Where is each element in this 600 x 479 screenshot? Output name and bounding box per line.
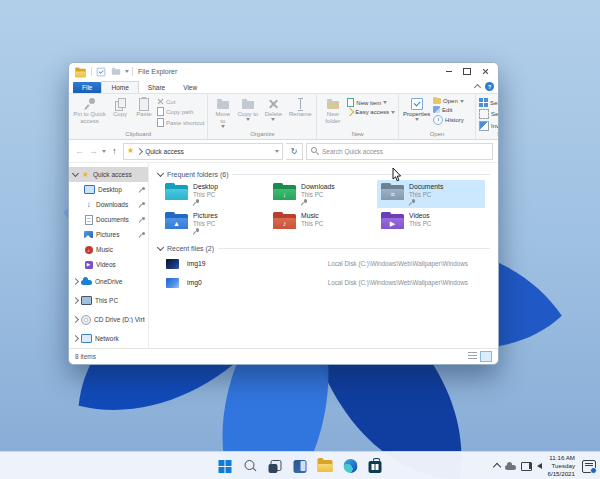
search-box[interactable] — [306, 143, 493, 160]
refresh-button[interactable]: ↻ — [286, 143, 303, 160]
widgets-button[interactable] — [292, 458, 309, 475]
group-label-organize: Organize — [208, 131, 316, 139]
file-explorer-taskbar-button[interactable] — [317, 458, 334, 475]
ribbon-group-new: New folder New item Easy access New — [317, 94, 399, 139]
sidebar-item-documents[interactable]: Documents — [69, 212, 148, 227]
easy-access-button[interactable]: Easy access — [347, 109, 395, 115]
folder-tile-videos[interactable]: ▶ VideosThis PC — [377, 209, 485, 237]
folder-tile-downloads[interactable]: ↓ DownloadsThis PC — [269, 180, 377, 208]
paste-button[interactable]: Paste — [133, 96, 155, 119]
sidebar-item-label: This PC — [95, 297, 118, 304]
tab-file[interactable]: File — [73, 82, 101, 93]
sidebar-item-network[interactable]: Network — [69, 329, 148, 348]
sidebar-item-quick-access[interactable]: ★ Quick access — [69, 167, 148, 182]
copy-to-icon — [242, 101, 254, 109]
breadcrumb[interactable]: ★ Quick access — [123, 143, 283, 160]
new-item-button[interactable]: New item — [347, 98, 395, 107]
sidebar-item-onedrive[interactable]: OneDrive — [69, 272, 148, 291]
videos-icon: ▶ — [85, 261, 93, 269]
notification-center-icon[interactable] — [582, 460, 596, 473]
recent-locations-caret[interactable] — [102, 150, 106, 153]
sidebar-item-this-pc[interactable]: This PC — [69, 291, 148, 310]
select-none-button[interactable]: Select none — [479, 109, 499, 119]
system-tray: 11:16 AM Tuesday 6/15/2021 — [494, 452, 596, 479]
delete-button[interactable]: Delete — [261, 96, 285, 122]
up-button[interactable]: ↑ — [109, 147, 120, 156]
sidebar-item-pictures[interactable]: Pictures — [69, 227, 148, 242]
clock[interactable]: 11:16 AM Tuesday 6/15/2021 — [547, 454, 575, 478]
sidebar-item-desktop[interactable]: Desktop — [69, 182, 148, 197]
close-button[interactable] — [476, 63, 494, 80]
copy-path-button[interactable]: Copy path — [157, 107, 204, 116]
folder-tile-desktop[interactable]: DesktopThis PC — [161, 180, 269, 208]
folder-tile-music[interactable]: ♪ MusicThis PC — [269, 209, 377, 237]
edge-icon — [343, 459, 357, 473]
properties-button[interactable]: Properties — [402, 96, 431, 122]
chevron-right-icon[interactable] — [72, 316, 79, 323]
sidebar-item-label: Videos — [96, 261, 116, 268]
chevron-right-icon[interactable] — [72, 278, 79, 285]
maximize-button[interactable] — [458, 63, 476, 80]
collapse-chevron-icon[interactable] — [157, 170, 164, 177]
onedrive-tray-icon[interactable] — [505, 465, 516, 470]
edit-button[interactable]: Edit — [433, 106, 464, 113]
search-button[interactable] — [242, 458, 259, 475]
ribbon-collapse-icon[interactable] — [474, 84, 481, 91]
select-all-button[interactable]: Select all — [479, 98, 499, 107]
recent-file-row[interactable]: img19 Local Disk (C:)\Windows\Web\Wallpa… — [156, 254, 498, 273]
rename-button[interactable]: Rename — [287, 96, 313, 119]
copy-button[interactable]: Copy — [109, 96, 131, 119]
large-icons-view-icon[interactable] — [480, 351, 492, 362]
task-view-button[interactable] — [267, 458, 284, 475]
sidebar-item-cd-drive[interactable]: CD Drive (D:) Virtual — [69, 310, 148, 329]
new-folder-button[interactable]: New folder — [320, 96, 345, 126]
invert-selection-button[interactable]: Invert selection — [479, 121, 499, 131]
qat-properties-icon[interactable] — [97, 67, 105, 75]
move-to-button[interactable]: Move to — [211, 96, 234, 129]
search-input[interactable] — [322, 148, 488, 155]
minimize-button[interactable] — [440, 63, 458, 80]
folder-tile-documents[interactable]: ≡ DocumentsThis PC — [377, 180, 485, 208]
paste-shortcut-button[interactable]: Paste shortcut — [157, 118, 204, 127]
section-recent-files[interactable]: Recent files (2) — [158, 245, 490, 252]
show-hidden-icons-chevron[interactable] — [493, 463, 501, 471]
folder-tile-pictures[interactable]: ▲ PicturesThis PC — [161, 209, 269, 237]
copy-to-button[interactable]: Copy to — [236, 96, 259, 122]
tab-view[interactable]: View — [174, 82, 206, 93]
titlebar[interactable]: File Explorer — [69, 63, 498, 80]
recent-file-row[interactable]: img0 Local Disk (C:)\Windows\Web\Wallpap… — [156, 273, 498, 292]
sidebar-item-music[interactable]: ♪ Music — [69, 242, 148, 257]
sidebar-item-downloads[interactable]: ↓ Downloads — [69, 197, 148, 212]
forward-button[interactable]: → — [88, 147, 99, 156]
chevron-right-icon[interactable] — [72, 297, 79, 304]
pin-to-quick-access-button[interactable]: Pin to Quick access — [72, 96, 107, 126]
address-dropdown-caret[interactable] — [275, 150, 279, 153]
qat-customize-caret[interactable] — [125, 70, 129, 73]
volume-tray-icon[interactable] — [537, 463, 542, 469]
history-button[interactable]: History — [433, 115, 464, 125]
back-button[interactable]: ← — [74, 147, 85, 156]
tab-home[interactable]: Home — [101, 81, 138, 93]
divider — [218, 248, 490, 249]
chevron-down-icon[interactable] — [72, 170, 79, 177]
select-none-icon — [479, 109, 489, 119]
start-button[interactable] — [217, 458, 234, 475]
edge-taskbar-button[interactable] — [342, 458, 359, 475]
tab-share[interactable]: Share — [139, 82, 174, 93]
open-button[interactable]: Open — [433, 98, 464, 104]
open-icon — [433, 98, 441, 104]
onedrive-icon — [81, 280, 92, 285]
breadcrumb-label[interactable]: Quick access — [145, 148, 272, 155]
items-view: Frequent folders (6) DesktopThis PC ↓ Do… — [149, 163, 498, 348]
details-view-icon[interactable] — [468, 352, 477, 360]
ribbon-group-open: Properties Open Edit History Open — [399, 94, 476, 139]
qat-new-folder-icon[interactable] — [112, 69, 120, 75]
collapse-chevron-icon[interactable] — [157, 244, 164, 251]
section-frequent-folders[interactable]: Frequent folders (6) — [158, 171, 490, 178]
help-icon[interactable]: ? — [485, 82, 494, 91]
chevron-right-icon[interactable] — [72, 335, 79, 342]
window-title: File Explorer — [138, 68, 437, 75]
cut-button[interactable]: Cut — [157, 98, 204, 105]
store-taskbar-button[interactable] — [367, 458, 384, 475]
sidebar-item-videos[interactable]: ▶ Videos — [69, 257, 148, 272]
